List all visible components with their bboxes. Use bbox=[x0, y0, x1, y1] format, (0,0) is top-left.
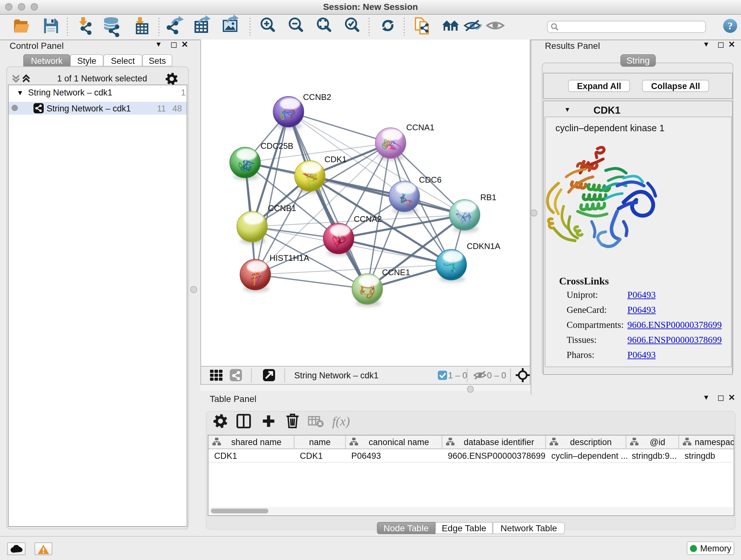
svg-text:CCNB1: CCNB1 bbox=[268, 203, 296, 213]
svg-text:String Network – cdk1: String Network – cdk1 bbox=[294, 371, 379, 380]
svg-text:CDK1: CDK1 bbox=[300, 451, 323, 461]
svg-text:CCNB2: CCNB2 bbox=[303, 92, 331, 102]
svg-text:CCNA1: CCNA1 bbox=[406, 123, 434, 132]
svg-text:cyclin–dependent ...: cyclin–dependent ... bbox=[551, 451, 628, 461]
svg-text:CDC6: CDC6 bbox=[419, 175, 442, 185]
svg-text:CDC25B: CDC25B bbox=[261, 141, 293, 151]
svg-text:database identifier: database identifier bbox=[464, 437, 534, 447]
svg-text:RB1: RB1 bbox=[480, 192, 496, 202]
svg-text:shared name: shared name bbox=[231, 437, 282, 447]
svg-text:stringdb:9...: stringdb:9... bbox=[632, 451, 677, 461]
svg-text:1 – 0: 1 – 0 bbox=[448, 371, 467, 380]
svg-text:CDK1: CDK1 bbox=[214, 451, 237, 461]
svg-text:CCNA2: CCNA2 bbox=[354, 214, 382, 224]
svg-text:@id: @id bbox=[650, 437, 665, 447]
svg-text:CDKN1A: CDKN1A bbox=[467, 241, 500, 251]
svg-text:canonical name: canonical name bbox=[369, 437, 429, 447]
svg-text:description: description bbox=[570, 437, 612, 447]
svg-text:CDK1: CDK1 bbox=[325, 154, 347, 164]
svg-text:9606.ENSP00000378699: 9606.ENSP00000378699 bbox=[448, 451, 545, 461]
svg-text:CCNE1: CCNE1 bbox=[382, 267, 410, 277]
svg-text:0 – 0: 0 – 0 bbox=[487, 371, 506, 380]
svg-text:namespace: namespace bbox=[695, 437, 734, 447]
svg-text:name: name bbox=[309, 437, 331, 447]
svg-text:P06493: P06493 bbox=[351, 451, 381, 461]
svg-text:HIST1H1A: HIST1H1A bbox=[270, 253, 310, 263]
svg-text:f(x): f(x) bbox=[332, 414, 350, 428]
svg-text:stringdb: stringdb bbox=[684, 451, 715, 461]
